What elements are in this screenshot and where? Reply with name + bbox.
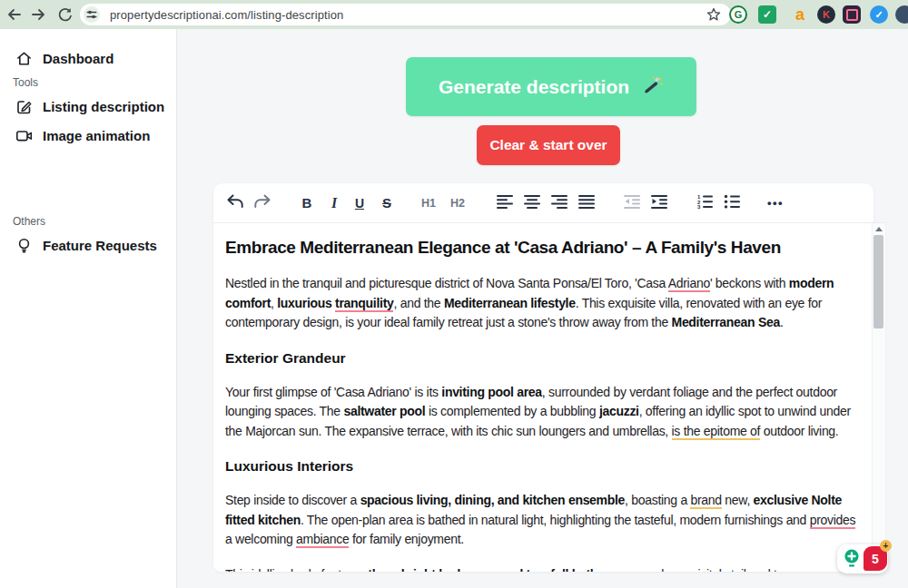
text-run: for family enjoyment. <box>349 532 463 546</box>
scrollbar-thumb[interactable] <box>873 235 883 328</box>
toolbar-italic-button[interactable]: I <box>322 191 346 215</box>
toolbar-align-justify-button[interactable] <box>575 191 598 215</box>
reload-button[interactable] <box>56 6 73 23</box>
clear-start-over-button[interactable]: Clear & start over <box>477 125 620 165</box>
suggestions-count: 5 <box>872 552 879 566</box>
text-run: inviting pool area <box>441 385 542 399</box>
lightbulb-icon <box>15 236 33 254</box>
toolbar-align-left-button[interactable] <box>493 191 517 215</box>
sidebar-item-label: Dashboard <box>43 51 114 66</box>
editor-paragraph: Step inside to discover a spacious livin… <box>225 491 865 550</box>
text-run: jacuzzi <box>599 404 639 418</box>
toolbar-heading2-button[interactable]: H2 <box>446 191 469 215</box>
assistant-bulb-icon <box>842 548 862 570</box>
premium-plus-badge: + <box>880 540 892 552</box>
magic-wand-icon <box>640 75 664 99</box>
profile-avatar[interactable] <box>895 5 908 24</box>
green-check-extension-icon[interactable]: ✓ <box>758 5 776 24</box>
text-run: outdoor living. <box>760 424 838 438</box>
toolbar-more-button[interactable]: ••• <box>764 191 787 215</box>
sidebar-item-dashboard[interactable]: Dashboard <box>15 47 114 69</box>
clear-start-over-label: Clear & start over <box>489 137 607 153</box>
editor-content[interactable]: Embrace Mediterranean Elegance at 'Casa … <box>213 222 885 572</box>
more-glyph: ••• <box>767 196 784 210</box>
edit-icon <box>15 97 33 115</box>
redo-icon <box>253 194 271 211</box>
toolbar-bold-button[interactable]: B <box>295 191 319 215</box>
text-run: Step inside to discover a <box>225 493 360 507</box>
toolbar-bullet-list-button[interactable] <box>720 191 744 215</box>
text-run: . The open-plan area is bathed in natura… <box>301 513 810 527</box>
toolbar-indent-button[interactable] <box>647 191 671 215</box>
blue-check-extension-icon[interactable]: ✓ <box>870 5 888 24</box>
text-run: Mediterranean lifestyle <box>444 296 576 310</box>
star-icon <box>706 7 721 22</box>
strikethrough-glyph: S <box>382 195 391 211</box>
editor-toolbar: BIUSH1H2123••• <box>213 183 873 222</box>
sidebar-item-label: Image animation <box>43 128 150 143</box>
main-content: Generate description Clear & start over … <box>178 29 908 588</box>
back-button[interactable] <box>5 6 22 23</box>
sidebar-item-listing-description[interactable]: Listing description <box>15 95 164 117</box>
url-text: propertydescriptionai.com/listing-descri… <box>110 8 343 22</box>
align-center-icon <box>524 194 540 211</box>
undo-icon <box>226 194 244 211</box>
sidebar: Dashboard Tools Listing description Imag… <box>0 29 177 588</box>
bullet-list-icon <box>724 194 740 211</box>
text-run: Luxurious Interiors <box>225 458 353 474</box>
generate-description-button[interactable]: Generate description <box>406 57 696 116</box>
heading2-glyph: H2 <box>450 197 465 210</box>
sidebar-item-label: Feature Requests <box>43 238 157 253</box>
browser-toolbar: propertydescriptionai.com/listing-descri… <box>0 0 908 29</box>
editor-scrollbar[interactable] <box>872 223 885 572</box>
text-run: , and the <box>393 296 443 310</box>
writing-assistant-widget[interactable]: 5 + <box>837 544 888 573</box>
purple-extension-glyph <box>846 9 858 21</box>
scroll-up-button[interactable] <box>875 227 883 231</box>
toolbar-outdent-button[interactable] <box>620 191 644 215</box>
ordered-list-icon: 123 <box>696 194 713 211</box>
editor-paragraph: Your first glimpse of 'Casa Adriano' is … <box>225 383 865 442</box>
text-run: is complemented by a bubbling <box>425 404 599 418</box>
text-run: Embrace Mediterranean Elegance at 'Casa … <box>225 238 781 257</box>
text-run: This idyllic abode features <box>225 567 368 573</box>
sidebar-item-image-animation[interactable]: Image animation <box>15 124 150 146</box>
toolbar-undo-button[interactable] <box>223 191 247 215</box>
toolbar-align-right-button[interactable] <box>548 191 571 215</box>
editor-paragraph: This idyllic abode features three bright… <box>225 565 865 573</box>
text-run: new, <box>722 493 754 507</box>
sidebar-item-feature-requests[interactable]: Feature Requests <box>15 234 157 256</box>
toolbar-underline-button[interactable]: U <box>348 191 371 215</box>
text-run: a welcoming <box>225 532 296 546</box>
svg-text:3: 3 <box>697 204 701 209</box>
amazon-extension-icon[interactable]: a <box>791 5 809 24</box>
site-settings-icon[interactable] <box>84 6 100 23</box>
purple-extension-icon[interactable] <box>843 5 861 24</box>
generate-description-label: Generate description <box>439 76 629 98</box>
grammarly-extension-icon[interactable]: G <box>729 5 747 24</box>
forward-button[interactable] <box>31 6 47 23</box>
bookmark-star-button[interactable] <box>706 7 721 22</box>
toolbar-strikethrough-button[interactable]: S <box>375 191 399 215</box>
text-run: spacious living, dining, and kitchen ens… <box>360 493 625 507</box>
toolbar-redo-button[interactable] <box>251 191 274 215</box>
align-left-icon <box>497 194 513 211</box>
text-run: . <box>780 315 784 329</box>
text-run: Nestled in the tranquil and picturesque … <box>225 276 668 290</box>
address-bar[interactable]: propertydescriptionai.com/listing-descri… <box>80 4 731 25</box>
home-icon <box>15 49 33 67</box>
toolbar-align-center-button[interactable] <box>520 191 544 215</box>
text-run: saltwater pool <box>343 404 425 418</box>
text-run: Mediterranean Sea <box>672 315 780 329</box>
toolbar-heading1-button[interactable]: H1 <box>417 191 440 215</box>
suggestions-count-badge[interactable]: 5 + <box>864 546 887 571</box>
text-run: tranquility <box>335 296 393 312</box>
toolbar-ordered-list-button[interactable]: 123 <box>693 191 716 215</box>
editor-heading: Embrace Mediterranean Elegance at 'Casa … <box>225 236 865 259</box>
text-run: brand <box>690 493 721 509</box>
editor-heading: Exterior Grandeur <box>225 349 865 368</box>
editor-paragraph: Nestled in the tranquil and picturesque … <box>225 274 865 333</box>
keeper-extension-icon[interactable]: K <box>817 5 835 24</box>
back-icon <box>5 6 22 23</box>
align-justify-icon <box>578 194 595 211</box>
